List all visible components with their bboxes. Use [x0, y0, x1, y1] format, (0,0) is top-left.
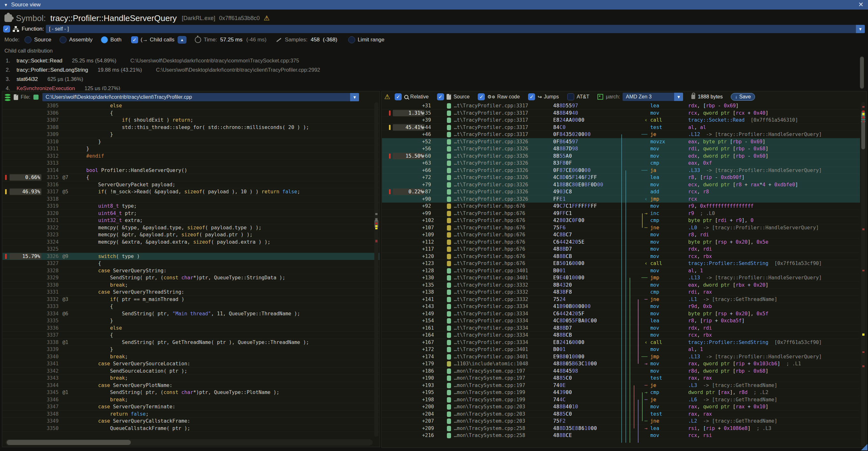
source-line[interactable]: 3311}: [3, 145, 379, 153]
source-line[interactable]: 3312#endif: [3, 153, 379, 160]
assembly-row[interactable]: +167…t\TracyProfiler.cpp:3334E824160000‹…: [382, 339, 860, 346]
source-line[interactable]: 3306 {: [3, 110, 379, 117]
function-checkbox[interactable]: ✓: [3, 26, 10, 32]
assembly-row[interactable]: +141…t\TracyProfiler.cpp:33327524─jne.L1…: [382, 296, 860, 303]
assembly-row[interactable]: +31…t\TracyProfiler.cpp:3317488D5597lear…: [382, 102, 860, 110]
assembly-row[interactable]: +186…mon\TracySystem.cpp:197448B4598movr…: [382, 367, 860, 375]
source-line[interactable]: 3345@1 SendString( ptr, (const char*)ptr…: [3, 389, 379, 396]
assembly-row[interactable]: +79…t\TracyProfiler.cpp:3326418B8C80E0BF…: [382, 181, 860, 188]
source-line[interactable]: 3308 std::this_thread::sleep_for( std::c…: [3, 124, 379, 131]
file-dropdown[interactable]: C:\Users\wolf\Desktop\darkrl\contrib\tra…: [42, 93, 359, 101]
assembly-row[interactable]: +198…mon\TracySystem.cpp:199744C─je.L6 -…: [382, 396, 860, 403]
source-line[interactable]: 3314bool Profiler::HandleServerQuery(): [3, 167, 379, 174]
source-line[interactable]: 3307 if( shouldExit ) return;: [3, 117, 379, 124]
source-line[interactable]: 3334@6 SendString( ptr, "Main thread", 1…: [3, 310, 379, 318]
assembly-row[interactable]: +63…t\TracyProfiler.cpp:332683F80Fcmpeax…: [382, 159, 860, 167]
source-line[interactable]: 46.93%3317@5 if( !m_sock->Read( &payload…: [3, 188, 379, 196]
source-line[interactable]: 3343 break;: [3, 374, 379, 382]
assembly-row[interactable]: +195…mon\TracySystem.cpp:199443900→cmpdw…: [382, 389, 860, 396]
assembly-row[interactable]: +123…t\TracyProfiler.hpp:676E850160000‹c…: [382, 260, 860, 267]
source-line[interactable]: 3339 }: [3, 346, 379, 353]
assembly-row[interactable]: +120…t\TracyProfiler.hpp:676488BCBmovrcx…: [382, 253, 860, 260]
source-line[interactable]: 3347 case ServerQueryTerminate:: [3, 403, 379, 411]
source-line[interactable]: 3331 case ServerQueryThreadString:: [3, 289, 379, 296]
source-line[interactable]: 3340 break;: [3, 353, 379, 361]
source-line[interactable]: 3327 {: [3, 260, 379, 267]
assembly-row[interactable]: +117…t\TracyProfiler.hpp:676488BD7movrdx…: [382, 246, 860, 253]
limit-range-checkbox[interactable]: [348, 36, 355, 43]
source-line[interactable]: 3333 {: [3, 303, 379, 310]
assembly-row[interactable]: +207…mon\TracySystem.cpp:20375F2─jne.L2 …: [382, 418, 860, 425]
assembly-row[interactable]: +102…t\TracyProfiler.hpp:67642803C0F00cm…: [382, 217, 860, 224]
assembly-row[interactable]: +216…mon\TracySystem.cpp:258488BCEmovrcx…: [382, 432, 860, 439]
source-line[interactable]: 3316 ServerQueryPacket payload;: [3, 181, 379, 188]
function-dropdown[interactable]: [ - self - ] ▼: [46, 25, 865, 33]
source-line[interactable]: 3332@3 if( ptr == m_mainThread ): [3, 296, 379, 303]
assembly-row[interactable]: +66…t\TracyProfiler.cpp:33260F87CE060000…: [382, 167, 860, 174]
source-line[interactable]: 3350 QueueCallstackFrame( ptr );: [3, 425, 379, 432]
source-line[interactable]: 3329 SendString( ptr, (const char*)ptr, …: [3, 274, 379, 281]
radio-source[interactable]: [25, 36, 32, 43]
source-checkbox[interactable]: ✓: [437, 93, 444, 100]
collapse-child-calls-button[interactable]: ▲: [178, 36, 187, 43]
assembly-row[interactable]: +204…mon\TracySystem.cpp:2034885C0testra…: [382, 411, 860, 418]
assembly-vertical-scrollbar[interactable]: [861, 102, 865, 446]
source-line[interactable]: 3324 memcpy( &extra, &payload.extra, siz…: [3, 239, 379, 246]
assembly-row[interactable]: +109…t\TracyProfiler.hpp:6764C8BC7movr8,…: [382, 231, 860, 239]
assembly-row[interactable]: +172…t\TracyProfiler.cpp:3401B001moval, …: [382, 346, 860, 353]
source-line[interactable]: 3341 case ServerQuerySourceLocation:: [3, 360, 379, 367]
scrollbar-thumb[interactable]: [7, 440, 131, 445]
assembly-row[interactable]: 0.22%+87…t\TracyProfiler.cpp:33264903C8a…: [382, 188, 860, 196]
source-line[interactable]: 3344 case ServerQueryPlotName:: [3, 382, 379, 389]
assembly-row[interactable]: +90…t\TracyProfiler.cpp:3326FFE1‹jmprcx: [382, 196, 860, 203]
source-line[interactable]: 3336 else: [3, 325, 379, 332]
source-line[interactable]: 3330 break;: [3, 281, 379, 289]
assembly-row[interactable]: +112…t\TracyProfiler.hpp:676C64424205Emo…: [382, 239, 860, 246]
assembly-row[interactable]: +128…t\TracyProfiler.cpp:3401B001moval, …: [382, 267, 860, 275]
source-line[interactable]: 3348 return false;: [3, 411, 379, 418]
save-button[interactable]: ↓Save: [731, 93, 755, 101]
assembly-row[interactable]: 1.31%+35…t\TracyProfiler.cpp:3317488B494…: [382, 110, 860, 117]
child-calls-checkbox[interactable]: ✓: [131, 36, 138, 43]
assembly-row[interactable]: +135…t\TracyProfiler.cpp:33328B4320movea…: [382, 281, 860, 289]
assembly-row[interactable]: +46…t\TracyProfiler.cpp:33170F8435020000…: [382, 131, 860, 138]
source-line[interactable]: 3349 case ServerQueryCallstackFrame:: [3, 418, 379, 425]
assembly-row[interactable]: +149…t\TracyProfiler.cpp:3334C64424205Fm…: [382, 310, 860, 318]
source-line[interactable]: 3321 uint32_t extra;: [3, 217, 379, 224]
assembly-row[interactable]: +154…t\TracyProfiler.cpp:33344C8D055FBA0…: [382, 317, 860, 325]
assembly-row[interactable]: +56…t\TracyProfiler.cpp:3326488B7D98movr…: [382, 145, 860, 153]
resize-handle[interactable]: [861, 444, 867, 450]
source-horizontal-scrollbar[interactable]: [5, 439, 373, 446]
source-line[interactable]: 3309 }: [3, 131, 379, 138]
source-vertical-scrollbar[interactable]: [374, 102, 378, 437]
assembly-row[interactable]: +107…t\TracyProfiler.hpp:67675F6─jne.L0 …: [382, 224, 860, 232]
source-line[interactable]: 3320 uint64_t ptr;: [3, 210, 379, 217]
child-call-scrollbar[interactable]: [860, 56, 864, 89]
source-line[interactable]: 3319 uint8_t type;: [3, 203, 379, 210]
source-line[interactable]: 0.66%3315@7{: [3, 174, 379, 181]
source-line[interactable]: 3313: [3, 159, 379, 167]
radio-assembly[interactable]: [60, 36, 66, 43]
assembly-row[interactable]: +179…1103\include\atomic:1048488B05B63C1…: [382, 360, 860, 367]
assembly-row[interactable]: +72…t\TracyProfiler.cpp:33264C8D05F146F2…: [382, 174, 860, 181]
assembly-row[interactable]: +174…t\TracyProfiler.cpp:3401E9B8010000─…: [382, 353, 860, 361]
assembly-row[interactable]: +164…t\TracyProfiler.cpp:3334488BCBmovrc…: [382, 332, 860, 339]
assembly-row[interactable]: +143…t\TracyProfiler.cpp:333441B90B00000…: [382, 303, 860, 310]
att-checkbox[interactable]: ✓: [567, 93, 574, 100]
source-line[interactable]: 3342 SendSourceLocation( ptr );: [3, 367, 379, 375]
source-line[interactable]: 3322 memcpy( &type, &payload.type, sizeo…: [3, 224, 379, 232]
source-line[interactable]: 3335 }: [3, 317, 379, 325]
assembly-row[interactable]: +99…t\TracyProfiler.hpp:67649FFC1→incr9 …: [382, 210, 860, 217]
chevron-down-icon[interactable]: ▼: [350, 93, 359, 101]
close-icon[interactable]: ✕: [858, 1, 864, 8]
assembly-row[interactable]: +190…mon\TracySystem.cpp:1974885C0testra…: [382, 374, 860, 382]
source-line[interactable]: 3346 break;: [3, 396, 379, 403]
source-line[interactable]: 3318: [3, 196, 379, 203]
raw-code-checkbox[interactable]: ✓: [478, 93, 485, 100]
source-line[interactable]: 3328 case ServerQueryString:: [3, 267, 379, 275]
assembly-row[interactable]: +52…t\TracyProfiler.cpp:33260FB64597movz…: [382, 138, 860, 146]
child-call-item[interactable]: 2.tracy::Profiler::SendLongString19.88 m…: [6, 65, 320, 74]
assembly-row[interactable]: +200…mon\TracySystem.cpp:203488B4010movr…: [382, 403, 860, 411]
chevron-down-icon[interactable]: ▼: [674, 93, 683, 101]
assembly-row[interactable]: +39…t\TracyProfiler.cpp:3317E824AA0000‹c…: [382, 117, 860, 124]
